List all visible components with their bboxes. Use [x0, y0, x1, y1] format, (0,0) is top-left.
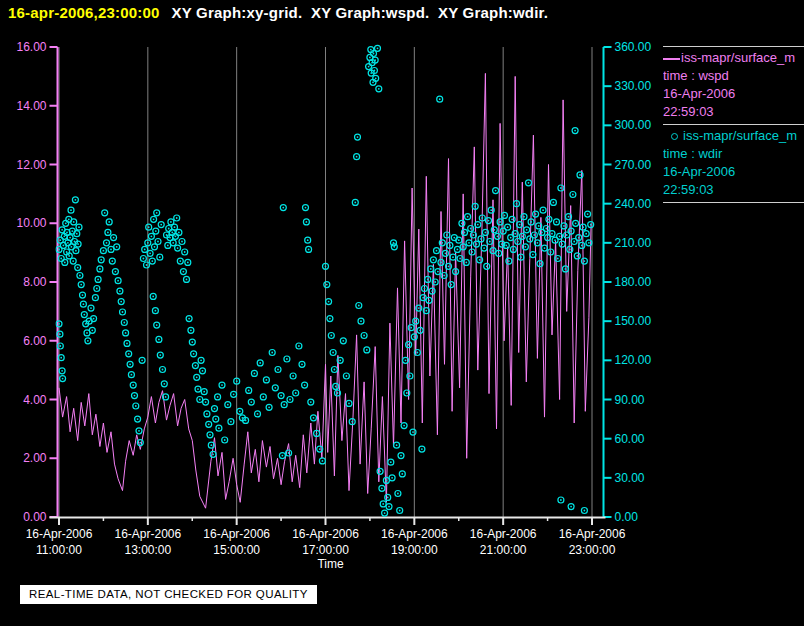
svg-text:23:00:00: 23:00:00 [569, 543, 616, 557]
svg-text:150.00: 150.00 [615, 314, 652, 328]
title-bar: 16-apr-2006,23:00:00XY Graph:xy-grid. XY… [8, 4, 548, 21]
legend-wdir-date: 16-Apr-2006 [663, 163, 804, 181]
svg-text:14.00: 14.00 [16, 99, 46, 113]
legend-entry-wdir: iss-mapr/surface_m time : wdir 16-Apr-20… [663, 125, 804, 203]
svg-text:330.00: 330.00 [615, 79, 652, 93]
svg-text:16-Apr-2006: 16-Apr-2006 [26, 527, 93, 541]
svg-text:16-Apr-2006: 16-Apr-2006 [292, 527, 359, 541]
wspd-line-marker-icon [663, 58, 680, 60]
svg-text:4.00: 4.00 [23, 393, 47, 407]
svg-text:10.00: 10.00 [16, 216, 46, 230]
y-axis-left-wspd: 16.0014.0012.0010.008.006.004.002.000.00 [16, 40, 57, 524]
svg-text:270.00: 270.00 [615, 158, 652, 172]
svg-text:15:00:00: 15:00:00 [213, 543, 260, 557]
svg-text:240.00: 240.00 [615, 197, 652, 211]
svg-text:Time: Time [317, 557, 344, 571]
legend-wdir-time: 22:59:03 [663, 181, 804, 199]
legend-wspd-date: 16-Apr-2006 [663, 85, 804, 103]
svg-text:120.00: 120.00 [615, 353, 652, 367]
legend-entry-wspd: iss-mapr/surface_m time : wspd 16-Apr-20… [663, 47, 804, 125]
y-axis-right-wdir: 360.00330.00300.00270.00240.00210.00180.… [604, 40, 652, 524]
x-axis-time: 16-Apr-200611:00:0016-Apr-200613:00:0016… [26, 517, 626, 571]
svg-text:60.00: 60.00 [615, 432, 645, 446]
svg-text:16-Apr-2006: 16-Apr-2006 [114, 527, 181, 541]
svg-text:21:00:00: 21:00:00 [480, 543, 527, 557]
legend-wdir-field: time : wdir [663, 145, 804, 163]
title-timestamp: 16-apr-2006,23:00:00 [8, 4, 160, 21]
svg-text:19:00:00: 19:00:00 [391, 543, 438, 557]
svg-text:300.00: 300.00 [615, 118, 652, 132]
legend: iss-mapr/surface_m time : wspd 16-Apr-20… [663, 46, 804, 203]
legend-wspd-time: 22:59:03 [663, 103, 804, 121]
svg-text:16.00: 16.00 [16, 40, 46, 54]
svg-text:16-Apr-2006: 16-Apr-2006 [559, 527, 626, 541]
svg-text:16-Apr-2006: 16-Apr-2006 [203, 527, 270, 541]
legend-wdir-source: iss-mapr/surface_m [683, 128, 797, 143]
app-window: 16.0014.0012.0010.008.006.004.002.000.00… [0, 0, 804, 626]
svg-text:360.00: 360.00 [615, 40, 652, 54]
svg-text:8.00: 8.00 [23, 275, 47, 289]
svg-text:12.00: 12.00 [16, 158, 46, 172]
svg-text:6.00: 6.00 [23, 334, 47, 348]
quality-notice: REAL-TIME DATA, NOT CHECKED FOR QUALITY [20, 585, 317, 604]
svg-text:210.00: 210.00 [615, 236, 652, 250]
svg-text:30.00: 30.00 [615, 471, 645, 485]
wdir-circle-marker-icon [671, 133, 678, 140]
svg-text:0.00: 0.00 [615, 510, 639, 524]
svg-text:0.00: 0.00 [23, 510, 47, 524]
svg-text:90.00: 90.00 [615, 393, 645, 407]
svg-text:16-Apr-2006: 16-Apr-2006 [381, 527, 448, 541]
svg-text:17:00:00: 17:00:00 [302, 543, 349, 557]
title-graph-names: XY Graph:xy-grid. XY Graph:wspd. XY Grap… [172, 4, 549, 21]
svg-text:180.00: 180.00 [615, 275, 652, 289]
legend-wspd-field: time : wspd [663, 67, 804, 85]
legend-wspd-source: iss-mapr/surface_m [681, 50, 795, 65]
svg-text:11:00:00: 11:00:00 [36, 543, 82, 557]
svg-text:16-Apr-2006: 16-Apr-2006 [470, 527, 537, 541]
svg-text:13:00:00: 13:00:00 [124, 543, 171, 557]
svg-text:2.00: 2.00 [23, 451, 47, 465]
quality-notice-text: REAL-TIME DATA, NOT CHECKED FOR QUALITY [29, 588, 308, 600]
